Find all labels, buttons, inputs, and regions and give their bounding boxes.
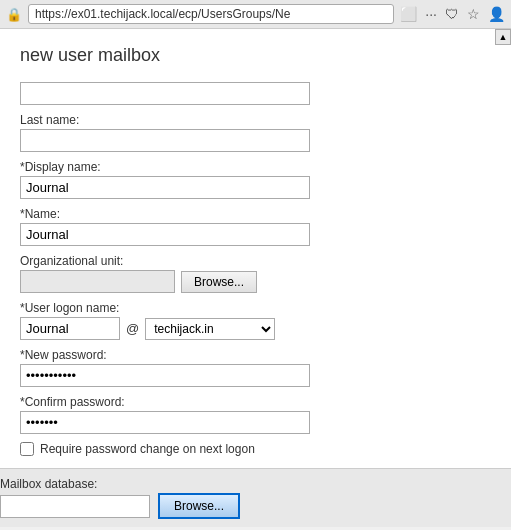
org-unit-label: Organizational unit: (20, 254, 491, 268)
new-password-label: *New password: (20, 348, 491, 362)
new-password-input[interactable] (20, 364, 310, 387)
tab-icon: ⬜ (400, 6, 417, 22)
last-name-group: Last name: (20, 113, 491, 152)
logon-name-input[interactable] (20, 317, 120, 340)
first-name-group (20, 82, 491, 105)
mailbox-row: Browse... (0, 493, 495, 519)
mailbox-database-input[interactable] (0, 495, 150, 518)
url-text: https://ex01.techijack.local/ecp/UsersGr… (35, 7, 290, 21)
confirm-password-label: *Confirm password: (20, 395, 491, 409)
logon-name-group: *User logon name: @ techijack.in (20, 301, 491, 340)
more-icon[interactable]: ··· (425, 6, 437, 22)
star-icon[interactable]: ☆ (467, 6, 480, 22)
require-change-row: Require password change on next logon (20, 442, 491, 456)
browser-toolbar: ⬜ ··· 🛡 ☆ 👤 (400, 6, 505, 22)
shield-icon: 🛡 (445, 6, 459, 22)
display-name-label: *Display name: (20, 160, 491, 174)
require-change-checkbox[interactable] (20, 442, 34, 456)
domain-select[interactable]: techijack.in (145, 318, 275, 340)
page-title: new user mailbox (20, 45, 491, 66)
profile-icon[interactable]: 👤 (488, 6, 505, 22)
mailbox-browse-button[interactable]: Browse... (158, 493, 240, 519)
display-name-group: *Display name: (20, 160, 491, 199)
page-content: ▲ new user mailbox Last name: *Display n… (0, 29, 511, 527)
org-unit-browse-button[interactable]: Browse... (181, 271, 257, 293)
url-bar[interactable]: https://ex01.techijack.local/ecp/UsersGr… (28, 4, 394, 24)
mailbox-section: Mailbox database: Browse... (0, 468, 511, 527)
first-name-input[interactable] (20, 82, 310, 105)
name-group: *Name: (20, 207, 491, 246)
logon-name-label: *User logon name: (20, 301, 491, 315)
logon-row: @ techijack.in (20, 317, 491, 340)
require-change-label: Require password change on next logon (40, 442, 255, 456)
confirm-password-group: *Confirm password: (20, 395, 491, 434)
name-input[interactable] (20, 223, 310, 246)
last-name-input[interactable] (20, 129, 310, 152)
mailbox-database-label: Mailbox database: (0, 477, 495, 491)
confirm-password-input[interactable] (20, 411, 310, 434)
new-password-group: *New password: (20, 348, 491, 387)
org-unit-group: Organizational unit: Browse... (20, 254, 491, 293)
last-name-label: Last name: (20, 113, 491, 127)
lock-icon: 🔒 (6, 7, 22, 22)
org-unit-row: Browse... (20, 270, 491, 293)
name-label: *Name: (20, 207, 491, 221)
display-name-input[interactable] (20, 176, 310, 199)
browser-chrome: 🔒 https://ex01.techijack.local/ecp/Users… (0, 0, 511, 29)
at-sign: @ (126, 321, 139, 336)
org-unit-input[interactable] (20, 270, 175, 293)
scroll-up-arrow[interactable]: ▲ (495, 29, 511, 45)
